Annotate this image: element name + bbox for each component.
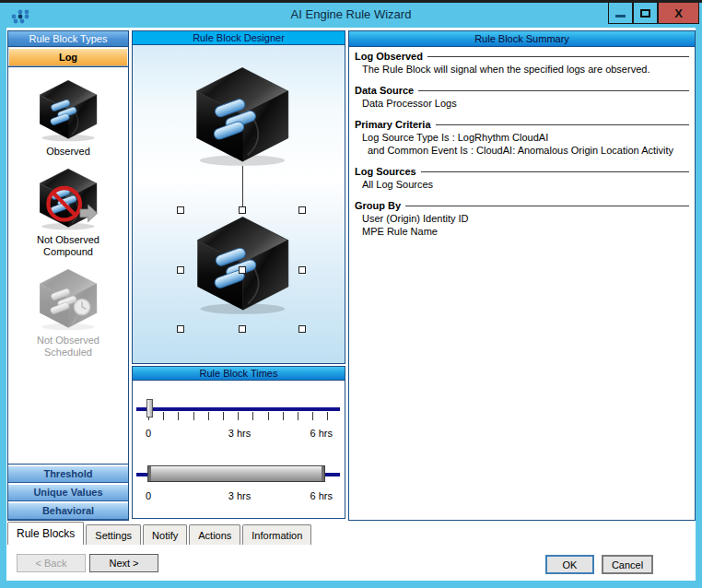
rule-block-type-tabs: Threshold Unique Values Behavioral xyxy=(8,465,128,520)
time-slider-ticks xyxy=(148,412,329,420)
selection-handle-center[interactable] xyxy=(239,266,246,274)
cancel-button[interactable]: Cancel xyxy=(602,555,653,574)
summary-line: Log Source Type Is : LogRhythm CloudAI xyxy=(355,131,689,144)
minimize-icon xyxy=(615,15,626,18)
selection-handle-e[interactable] xyxy=(298,266,306,274)
rule-block-designer-panel: Rule Block Designer Rule Block Times xyxy=(132,30,345,519)
tab-rule-blocks[interactable]: Rule Blocks xyxy=(7,522,84,545)
ok-button[interactable]: OK xyxy=(545,555,594,574)
tab-actions[interactable]: Actions xyxy=(189,524,240,545)
rule-block-times-panel: 0 3 hrs 6 hrs 0 3 hrs 6 hrs xyxy=(132,381,345,519)
rule-block-summary-body: Log Observed The Rule Block will signal … xyxy=(349,47,695,520)
selection-handle-n[interactable] xyxy=(239,206,246,214)
range-slider-bar[interactable] xyxy=(147,465,325,482)
rule-block-times-header: Rule Block Times xyxy=(132,366,345,381)
rule-block-types-panel: Rule Block Types Log Observed Not Observ… xyxy=(7,30,129,521)
selection-handle-sw[interactable] xyxy=(177,325,184,333)
type-tab-unique-values[interactable]: Unique Values xyxy=(8,483,128,501)
tick-label: 0 xyxy=(146,490,151,501)
tick-label: 0 xyxy=(146,428,151,439)
back-button: < Back xyxy=(17,554,86,572)
summary-section-title: Group By xyxy=(355,199,689,212)
selection-handle-s[interactable] xyxy=(239,325,246,333)
type-item-label: Observed xyxy=(46,146,90,158)
rule-block-designer-header: Rule Block Designer xyxy=(132,30,345,45)
tab-settings[interactable]: Settings xyxy=(86,524,141,545)
maximize-icon xyxy=(640,9,650,18)
wizard-tabstrip: Rule Blocks Settings Notify Actions Info… xyxy=(7,522,313,545)
time-slider-labels: 0 3 hrs 6 hrs xyxy=(136,428,340,440)
type-item-not-observed-compound[interactable]: Not Observed Compound xyxy=(35,167,101,258)
window-controls: X xyxy=(608,3,699,24)
designer-rule-block-selected[interactable] xyxy=(190,214,296,315)
type-item-label: Not Observed Scheduled xyxy=(37,335,99,359)
summary-section-title: Primary Criteria xyxy=(355,118,689,131)
log-cube-blocked-icon xyxy=(35,167,101,230)
log-cube-icon xyxy=(35,78,101,142)
tick-label: 3 hrs xyxy=(228,490,251,501)
selection-handle-ne[interactable] xyxy=(298,206,306,214)
type-item-not-observed-scheduled: Not Observed Scheduled xyxy=(35,267,101,359)
summary-section-title: Data Source xyxy=(355,84,689,97)
next-button[interactable]: Next > xyxy=(89,554,158,572)
tab-information[interactable]: Information xyxy=(242,524,311,545)
close-button[interactable]: X xyxy=(658,3,699,24)
type-tab-threshold[interactable]: Threshold xyxy=(8,465,128,483)
selection-handle-w[interactable] xyxy=(177,266,184,274)
maximize-button[interactable] xyxy=(633,3,658,24)
designer-rule-block-top[interactable] xyxy=(189,65,296,167)
type-tab-log[interactable]: Log xyxy=(8,47,128,66)
window-title: AI Engine Rule Wizard xyxy=(0,7,702,21)
rule-block-designer-canvas[interactable] xyxy=(132,45,345,364)
rule-block-types-header: Rule Block Types xyxy=(8,31,128,47)
selection-handle-nw[interactable] xyxy=(177,206,184,214)
tick-label: 6 hrs xyxy=(310,428,333,439)
minimize-button[interactable] xyxy=(608,3,633,24)
log-cube-clock-icon xyxy=(35,267,101,331)
range-slider-labels: 0 3 hrs 6 hrs xyxy=(136,490,340,502)
close-icon: X xyxy=(674,7,683,19)
selection-handle-se[interactable] xyxy=(298,325,306,333)
summary-line: The Rule Block will signal when the spec… xyxy=(355,63,689,76)
type-tab-behavioral[interactable]: Behavioral xyxy=(8,501,128,520)
summary-line: MPE Rule Name xyxy=(355,225,689,238)
type-item-label: Not Observed Compound xyxy=(37,234,99,258)
tick-label: 6 hrs xyxy=(310,490,333,501)
time-slider-thumb[interactable] xyxy=(146,399,153,417)
summary-line: Data Processor Logs xyxy=(355,97,689,110)
rule-block-type-list: Observed Not Observed Compound Not Obser… xyxy=(8,66,128,465)
rule-block-connector-line xyxy=(242,166,243,211)
summary-line: All Log Sources xyxy=(355,178,689,191)
tick-label: 3 hrs xyxy=(228,428,251,439)
type-item-observed[interactable]: Observed xyxy=(35,78,101,158)
dialog-content: Rule Block Types Log Observed Not Observ… xyxy=(6,28,696,581)
summary-line: and Common Event Is : CloudAI: Anomalous… xyxy=(355,144,689,157)
ai-engine-rule-wizard-window: AI Engine Rule Wizard X Rule Block Types… xyxy=(0,0,702,588)
summary-section-title: Log Sources xyxy=(355,165,689,178)
time-slider-track[interactable] xyxy=(136,407,340,411)
titlebar[interactable]: AI Engine Rule Wizard X xyxy=(0,3,702,28)
summary-line: User (Origin) Identity ID xyxy=(355,212,689,225)
rule-block-summary-header: Rule Block Summary xyxy=(349,31,695,47)
tab-notify[interactable]: Notify xyxy=(143,524,187,545)
rule-block-summary-panel: Rule Block Summary Log Observed The Rule… xyxy=(348,30,696,521)
summary-section-title: Log Observed xyxy=(355,50,689,63)
